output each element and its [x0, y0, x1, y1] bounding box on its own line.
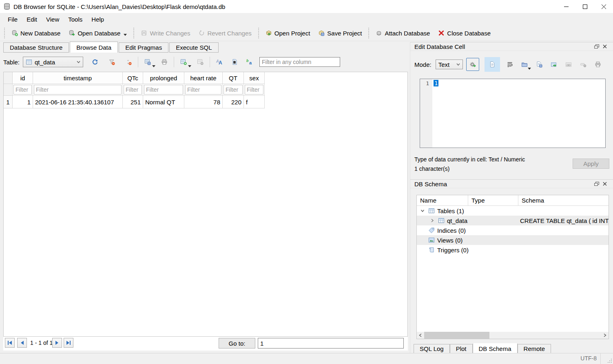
- document-icon: [489, 61, 496, 68]
- grid-cell-heart-rate[interactable]: 78: [184, 96, 223, 108]
- mode-select[interactable]: Text: [436, 60, 463, 69]
- auto-switch-mode-toggle[interactable]: [466, 58, 479, 71]
- goto-input[interactable]: [258, 338, 404, 349]
- filter-input-id[interactable]: [13, 85, 32, 95]
- minimize-button[interactable]: [557, 0, 575, 13]
- column-header-qtc[interactable]: QTc: [123, 72, 143, 84]
- scroll-left-icon[interactable]: [417, 332, 424, 339]
- previous-record-button[interactable]: [17, 338, 27, 348]
- filter-input-sex[interactable]: [245, 85, 263, 95]
- chevron-down-icon[interactable]: [419, 207, 426, 214]
- grid-cell-prolonged[interactable]: Normal QT: [143, 96, 184, 108]
- tree-item-triggers[interactable]: Triggers (0): [417, 245, 609, 255]
- float-panel-icon[interactable]: [593, 43, 601, 50]
- filter-input-qtc[interactable]: [124, 85, 142, 95]
- close-database-button[interactable]: Close Database: [434, 27, 495, 39]
- grid-cell-id[interactable]: 1: [13, 96, 33, 108]
- schema-column-type[interactable]: Type: [468, 195, 518, 205]
- find-button[interactable]: [228, 56, 241, 68]
- print-cell-button[interactable]: [591, 58, 605, 71]
- filter-input-timestamp[interactable]: [34, 85, 122, 95]
- new-database-button[interactable]: New Database: [7, 27, 64, 39]
- open-database-button[interactable]: Open Database: [64, 27, 131, 39]
- tab-execute-sql[interactable]: Execute SQL: [169, 42, 218, 53]
- mode-select-value: Text: [438, 61, 450, 68]
- tab-database-structure[interactable]: Database Structure: [3, 42, 69, 53]
- horizontal-scrollbar[interactable]: [417, 332, 609, 339]
- menu-view[interactable]: View: [42, 14, 64, 24]
- filter-input-heart-rate[interactable]: [185, 85, 221, 95]
- next-record-button[interactable]: [52, 338, 62, 348]
- close-button[interactable]: [594, 0, 613, 13]
- cell-editor[interactable]: 1 1: [420, 79, 606, 148]
- print-button[interactable]: [158, 56, 170, 68]
- last-record-button[interactable]: [64, 338, 73, 348]
- column-header-id[interactable]: id: [13, 72, 33, 84]
- tree-item-indices[interactable]: Indices (0): [417, 225, 609, 235]
- insert-record-dropdown-icon[interactable]: [188, 65, 191, 67]
- import-from-file-button[interactable]: [518, 58, 531, 71]
- schema-column-name[interactable]: Name: [417, 195, 468, 205]
- clear-filters-button[interactable]: [106, 56, 118, 68]
- open-project-button[interactable]: Open Project: [261, 27, 314, 39]
- open-external-app-button[interactable]: [547, 58, 561, 71]
- schema-column-schema[interactable]: Schema: [518, 195, 609, 205]
- grid-cell-qtc[interactable]: 251: [123, 96, 143, 108]
- font-button[interactable]: AA: [213, 56, 226, 68]
- column-header-prolonged[interactable]: prolonged: [143, 72, 184, 84]
- save-results-button[interactable]: [142, 56, 154, 68]
- menu-help[interactable]: Help: [87, 14, 108, 24]
- last-record-icon: [66, 340, 71, 345]
- grid-cell-qt[interactable]: 220: [223, 96, 244, 108]
- tab-sql-log[interactable]: SQL Log: [414, 344, 450, 353]
- column-header-qt[interactable]: QT: [223, 72, 244, 84]
- goto-button[interactable]: Go to:: [219, 338, 255, 349]
- menu-tools[interactable]: Tools: [64, 14, 87, 24]
- dock-tab-bar: SQL Log Plot DB Schema Remote: [414, 343, 551, 354]
- replace-button[interactable]: ba: [243, 56, 256, 68]
- tab-db-schema[interactable]: DB Schema: [473, 343, 518, 354]
- export-to-file-button[interactable]: [532, 58, 546, 71]
- tab-remote[interactable]: Remote: [518, 344, 551, 353]
- insert-record-button[interactable]: [177, 56, 190, 68]
- save-results-dropdown-icon[interactable]: [152, 65, 155, 67]
- tree-item-views[interactable]: Views (0): [417, 235, 609, 245]
- float-panel-icon[interactable]: [593, 180, 601, 188]
- text-view-button[interactable]: [485, 57, 500, 72]
- column-header-timestamp[interactable]: timestamp: [33, 72, 123, 84]
- filter-input-prolonged[interactable]: [144, 85, 183, 95]
- attach-database-button[interactable]: Attach Database: [372, 27, 434, 39]
- refresh-button[interactable]: [89, 56, 101, 68]
- row-header[interactable]: 1: [4, 96, 13, 108]
- tree-item-qt-data[interactable]: qt_data CREATE TABLE qt_data ( id INTEG: [417, 216, 609, 225]
- tab-edit-pragmas[interactable]: Edit Pragmas: [119, 42, 168, 53]
- filter-input-qt[interactable]: [224, 85, 243, 95]
- encoding-label[interactable]: UTF-8: [580, 355, 597, 362]
- menu-edit[interactable]: Edit: [22, 14, 42, 24]
- maximize-button[interactable]: [575, 0, 594, 13]
- column-header-sex[interactable]: sex: [244, 72, 265, 84]
- open-database-dropdown-icon[interactable]: [124, 34, 127, 36]
- resize-grip-icon[interactable]: [607, 358, 612, 363]
- tab-plot[interactable]: Plot: [450, 344, 473, 353]
- menu-file[interactable]: File: [3, 14, 22, 24]
- import-file-icon: [521, 61, 528, 68]
- grid-cell-sex[interactable]: f: [244, 96, 265, 108]
- scrollbar-thumb[interactable]: [424, 332, 489, 339]
- clear-sorting-button[interactable]: [122, 56, 135, 68]
- save-project-button[interactable]: Save Project: [314, 27, 366, 39]
- editor-content[interactable]: 1: [432, 79, 605, 148]
- column-header-heart-rate[interactable]: heart rate: [184, 72, 223, 84]
- import-dropdown-icon[interactable]: [528, 68, 531, 70]
- close-panel-icon[interactable]: [601, 43, 609, 50]
- first-record-button[interactable]: [5, 338, 15, 348]
- close-panel-icon[interactable]: [601, 180, 609, 188]
- filter-any-column-input[interactable]: [259, 57, 340, 67]
- chevron-right-icon[interactable]: [429, 217, 436, 224]
- tab-browse-data[interactable]: Browse Data: [70, 42, 118, 53]
- grid-cell-timestamp[interactable]: 2021-06-16 21:35:40.136107: [33, 96, 123, 108]
- tree-item-tables[interactable]: Tables (1): [417, 206, 609, 216]
- scroll-right-icon[interactable]: [602, 332, 609, 339]
- word-wrap-button[interactable]: [503, 58, 517, 71]
- table-select[interactable]: qt_data: [23, 57, 83, 67]
